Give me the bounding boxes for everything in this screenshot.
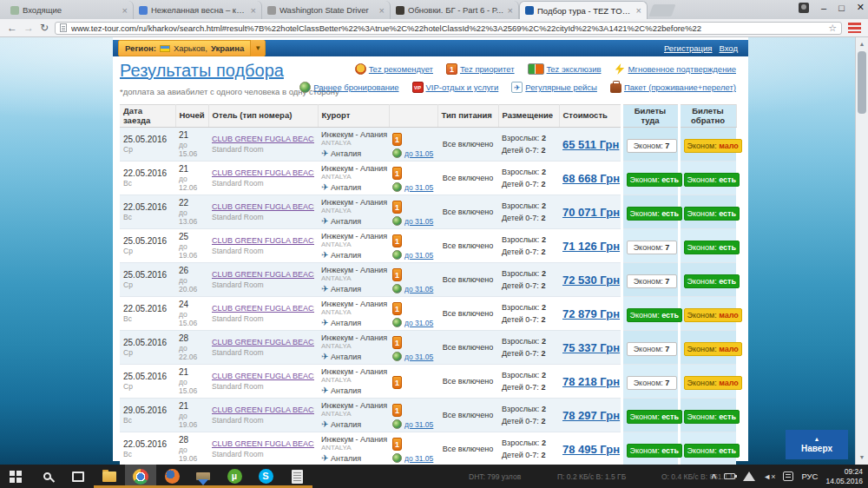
legend-link[interactable]: Tez приоритет — [460, 64, 515, 74]
column-header-occupancy[interactable]: Размещение — [498, 105, 559, 128]
url-text[interactable]: www.tez-tour.com/ru/kharkov/search.html#… — [71, 23, 824, 33]
browser-tab-inbox[interactable]: Входящие × — [5, 1, 134, 19]
region-selector[interactable]: Регион: Харьков, Украина ▼ — [118, 40, 266, 56]
price-link[interactable]: 68 668 Грн — [562, 172, 620, 185]
hotel-link[interactable]: CLUB GREEN FUGLA BEACH 4 * — [212, 168, 314, 177]
volume-muted-icon[interactable]: ◄× — [763, 472, 775, 481]
legend-link[interactable]: Пакет (проживание+перелет) — [624, 82, 736, 92]
browser-tab-teztour[interactable]: Подбор тура - TEZ TOUR × — [519, 1, 648, 19]
page-scrollbar[interactable]: ▲ ▼ — [855, 37, 868, 465]
column-header-resort[interactable]: Курорт — [318, 105, 389, 128]
early-booking-link[interactable]: до 31.05 — [404, 149, 433, 158]
hotel-link[interactable]: CLUB GREEN FUGLA BEACH 4 * — [212, 304, 314, 313]
taskbar-chrome-button[interactable] — [125, 465, 156, 488]
register-link[interactable]: Регистрация — [664, 43, 713, 53]
tray-expand-icon[interactable]: ^ — [711, 473, 716, 483]
early-booking-link[interactable]: до 31.05 — [404, 454, 433, 463]
price-link[interactable]: 65 511 Грн — [562, 138, 619, 151]
tab-close-icon[interactable]: × — [251, 6, 256, 15]
taskbar-notepad-button[interactable] — [281, 465, 312, 488]
price-link[interactable]: 78 218 Грн — [562, 375, 620, 388]
early-booking-link[interactable]: до 31.05 — [404, 217, 433, 226]
hotel-link[interactable]: CLUB GREEN FUGLA BEACH 4 * — [212, 439, 314, 448]
column-header-nights[interactable]: Ночей — [175, 105, 208, 128]
language-indicator[interactable]: РУС — [801, 472, 818, 481]
taskbar-explorer-button[interactable] — [94, 465, 125, 488]
legend-link[interactable]: Мгновенное подтверждение — [628, 64, 736, 74]
column-header-tickets-back[interactable]: Билеты обратно — [679, 105, 736, 128]
scrollbar-thumb[interactable] — [858, 51, 866, 114]
price-link[interactable]: 72 879 Грн — [562, 307, 620, 320]
hotel-link[interactable]: CLUB GREEN FUGLA BEACH 4 * — [212, 236, 314, 245]
column-header-date[interactable]: Дата заезда — [120, 105, 175, 128]
taskbar-search-button[interactable] — [31, 465, 62, 488]
early-booking-link[interactable]: до 31.05 — [404, 251, 433, 260]
browser-tab-obnovki[interactable]: Обновки. БГ - Part 6 - P... × — [391, 1, 519, 19]
tab-close-icon[interactable]: × — [636, 6, 641, 15]
early-booking-link[interactable]: до 31.05 — [404, 285, 433, 293]
browser-menu-icon[interactable] — [848, 23, 861, 33]
close-button[interactable]: ✕ — [857, 2, 865, 13]
region-dropdown-arrow[interactable]: ▼ — [250, 40, 265, 56]
scroll-up-icon[interactable]: ▲ — [856, 38, 868, 50]
taskbar-start-button[interactable] — [0, 465, 31, 488]
refresh-button[interactable]: ↻ — [40, 23, 49, 33]
price-link[interactable]: 78 297 Грн — [562, 409, 620, 422]
address-bar[interactable]: www.tez-tour.com/ru/kharkov/search.html#… — [55, 22, 842, 35]
legend-link[interactable]: VIP-отдых и услуги — [426, 82, 499, 92]
taskbar-clock[interactable]: 09:24 14.05.2016 — [825, 467, 863, 485]
column-header-hotel[interactable]: Отель (тип номера) — [208, 105, 318, 128]
price-link[interactable]: 78 495 Грн — [562, 443, 620, 456]
page-title[interactable]: Результаты подбора — [120, 61, 284, 81]
taskbar-skype-button[interactable] — [250, 465, 281, 488]
tab-close-icon[interactable]: × — [122, 6, 128, 15]
minimize-button[interactable]: – — [821, 3, 826, 13]
browser-tab-article[interactable]: Нежеланная весна – ка... × — [134, 1, 262, 19]
maximize-button[interactable]: □ — [838, 3, 845, 13]
login-link[interactable]: Вход — [720, 43, 739, 53]
children-count: Детей 0-7: 2 — [502, 178, 556, 190]
tickets-there-badge: Эконом: есть — [627, 444, 683, 458]
hotel-link[interactable]: CLUB GREEN FUGLA BEACH 4 * — [212, 135, 314, 143]
column-header-icons[interactable] — [389, 105, 437, 128]
browser-tab-washington[interactable]: Washington State Driver × — [262, 1, 391, 19]
hotel-link[interactable]: CLUB GREEN FUGLA BEACH 4 * — [212, 406, 314, 414]
profile-icon[interactable] — [799, 3, 809, 13]
taskbar-taskview-button[interactable] — [62, 465, 94, 488]
battery-icon[interactable] — [724, 473, 735, 479]
plane-icon: ✈ — [321, 453, 328, 463]
scroll-down-icon[interactable]: ▼ — [856, 452, 868, 464]
forward-button[interactable]: → — [23, 23, 34, 33]
back-to-top-button[interactable]: ▲ Наверх — [786, 430, 848, 459]
bookmark-star-icon[interactable]: ☆ — [828, 23, 837, 34]
taskbar-utorrent-button[interactable] — [219, 465, 250, 488]
price-link[interactable]: 71 126 Грн — [562, 240, 620, 253]
hotel-link[interactable]: CLUB GREEN FUGLA BEACH 4 * — [212, 372, 314, 380]
early-booking-link[interactable]: до 31.05 — [404, 420, 433, 429]
taskbar-maps-button[interactable] — [187, 465, 219, 488]
hotel-link[interactable]: CLUB GREEN FUGLA BEACH 4 * — [212, 202, 314, 211]
row-weekday: Вс — [123, 416, 172, 425]
notification-icon[interactable] — [783, 472, 793, 481]
wifi-icon[interactable] — [743, 472, 755, 481]
legend-link[interactable]: Регулярные рейсы — [525, 82, 597, 92]
column-header-tickets-there[interactable]: Билеты туда — [621, 105, 679, 128]
column-header-price[interactable]: Стоимость — [559, 105, 621, 128]
legend-link[interactable]: Tez эксклюзив — [547, 64, 602, 74]
early-booking-link[interactable]: до 31.05 — [404, 183, 433, 192]
price-link[interactable]: 72 530 Грн — [562, 274, 620, 287]
early-booking-link[interactable]: до 31.05 — [404, 353, 433, 361]
hotel-link[interactable]: CLUB GREEN FUGLA BEACH 4 * — [212, 270, 314, 279]
column-header-meal[interactable]: Тип питания — [437, 105, 498, 128]
back-button[interactable]: ← — [7, 23, 17, 33]
tab-close-icon[interactable]: × — [508, 6, 513, 15]
legend-link[interactable]: Tez рекомендует — [369, 64, 433, 74]
early-booking-link[interactable]: до 31.05 — [404, 319, 433, 327]
price-link[interactable]: 70 071 Грн — [562, 206, 620, 219]
hotel-link[interactable]: CLUB GREEN FUGLA BEACH 4 * — [212, 338, 314, 346]
tab-close-icon[interactable]: × — [379, 6, 385, 15]
new-tab-button[interactable] — [648, 4, 675, 16]
legend-link[interactable]: Раннее бронирование — [313, 82, 398, 92]
taskbar-firefox-button[interactable] — [156, 465, 187, 488]
price-link[interactable]: 75 337 Грн — [562, 341, 620, 354]
